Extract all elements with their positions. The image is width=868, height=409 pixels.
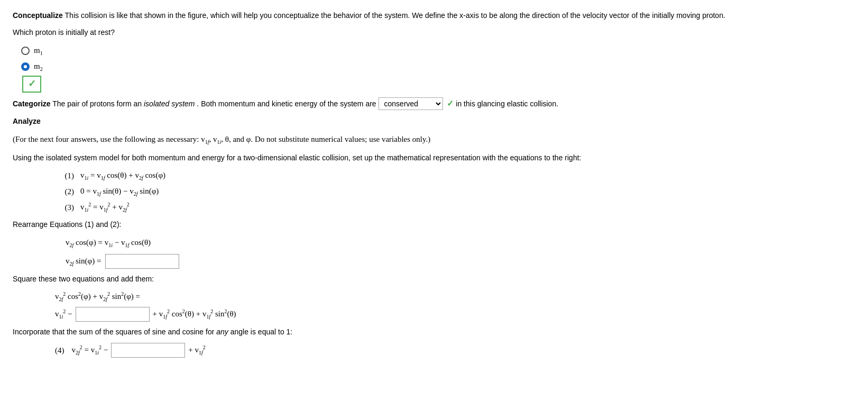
eq4-row: (4) v2f2 = v1i2 − + v1f2 [55,343,855,358]
equations-section: (1) v1i = v1f cos(θ) + v2f cos(φ) (2) 0 … [55,169,855,214]
square-text: Square these two equations and add them: [13,273,855,285]
eq-label-2: (2) [55,185,74,198]
sq-eq-2a: v1i2 − [55,307,72,321]
analyze-label: Analyze [13,115,855,127]
categorize-italic: isolated system [144,99,195,108]
for-next-para: (For the next four answers, use the foll… [13,133,855,147]
radio-m1-label: m1 [34,44,43,58]
categorize-text1: The pair of protons form an [52,99,144,108]
eq4-rhs: + v1f2 [188,343,206,357]
eq-row-1: (1) v1i = v1f cos(θ) + v2f cos(φ) [55,169,855,183]
eq-1: v1i = v1f cos(θ) + v2f cos(φ) [80,169,165,183]
eq4-section: (4) v2f2 = v1i2 − + v1f2 [55,343,855,358]
incorporate-text1: Incorporate that the sum of the squares … [13,328,216,336]
radio-m1[interactable] [21,47,30,55]
eq4-input[interactable] [111,343,185,358]
rearranged-equations: v2f cos(φ) = v1i − v1f cos(θ) v2f sin(φ)… [66,236,855,269]
conceptualize-para: Conceptualize This collision is like tha… [13,10,855,21]
conserved-dropdown[interactable]: conserved not conserved [378,97,443,110]
eq4-label: (4) [55,344,64,357]
radio-group: m1 m2 ✓ [21,44,855,93]
categorize-label: Categorize [13,99,51,108]
sq-eq-2b: + v1f2 cos2(θ) + v1f2 sin2(θ) [153,307,236,321]
conceptualize-text: This collision is like that shown in the… [65,11,726,20]
categorize-section: Categorize The pair of protons form an i… [13,97,855,111]
rearranged-eq-1-text: v2f cos(φ) = v1i − v1f cos(θ) [66,236,151,250]
square-equations: v2f2 cos2(φ) + v2f2 sin2(φ) = v1i2 − + v… [55,290,855,322]
radio-row-m2[interactable]: m2 [21,60,855,74]
rearranged-eq-2: v2f sin(φ) = [66,254,855,269]
radio-m2[interactable] [21,62,30,71]
eq-row-2: (2) 0 = v1f sin(θ) − v2f sin(φ) [55,185,855,198]
sq-eq-2-input[interactable] [76,307,150,322]
categorize-text3: in this glancing elastic collision. [456,99,558,108]
radio-row-m1[interactable]: m1 [21,44,855,58]
categorize-check: ✓ [447,99,454,108]
question1-section: Which proton is initially at rest? m1 m2… [13,26,855,92]
eq-row-3: (3) v1i2 = v1f2 + v2f2 [55,201,855,214]
for-next-text: (For the next four answers, use the foll… [13,135,430,143]
sq-eq-row-1: v2f2 cos2(φ) + v2f2 sin2(φ) = [55,290,855,304]
eq-label-3: (3) [55,201,74,214]
check-icon: ✓ [28,76,36,92]
rearranged-eq-2-input[interactable] [105,254,179,269]
conceptualize-label: Conceptualize [13,11,63,20]
incorporate-section: Incorporate that the sum of the squares … [13,326,855,358]
eq-2: 0 = v1f sin(θ) − v2f sin(φ) [80,185,159,198]
radio-m2-label: m2 [34,60,43,74]
sq-eq-row-2: v1i2 − + v1f2 cos2(θ) + v1f2 sin2(θ) [55,307,855,322]
analyze-section: Analyze (For the next four answers, use … [13,115,855,163]
rearranged-eq-1: v2f cos(φ) = v1i − v1f cos(θ) [66,236,855,250]
using-isolated-para: Using the isolated system model for both… [13,152,855,163]
eq-label-1: (1) [55,169,74,182]
conceptualize-section: Conceptualize This collision is like tha… [13,10,855,21]
categorize-para: Categorize The pair of protons form an i… [13,97,855,111]
eq-3: v1i2 = v1f2 + v2f2 [80,201,130,214]
incorporate-italic: any [216,328,228,336]
sq-eq-1: v2f2 cos2(φ) + v2f2 sin2(φ) = [55,292,140,301]
check-box: ✓ [22,76,41,93]
square-section: Square these two equations and add them:… [13,273,855,322]
incorporate-text2: angle is equal to 1: [230,328,293,336]
eq4-lhs: v2f2 = v1i2 − [72,343,108,357]
rearranged-eq-2-label: v2f sin(φ) = [66,255,103,268]
rearrange-text: Rearrange Equations (1) and (2): [13,219,855,230]
question1-text: Which proton is initially at rest? [13,26,855,38]
incorporate-para: Incorporate that the sum of the squares … [13,326,855,338]
rearrange-section: Rearrange Equations (1) and (2): v2f cos… [13,219,855,268]
categorize-text2: . Both momentum and kinetic energy of th… [197,99,378,108]
